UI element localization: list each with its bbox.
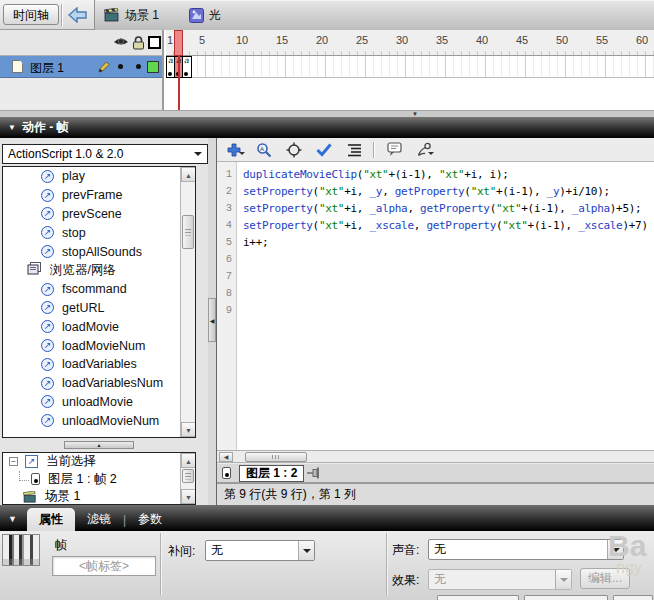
toolbox-item-loadVariables[interactable]: ↗loadVariables <box>3 355 195 374</box>
toolbox-item-prevFrame[interactable]: ↗prevFrame <box>3 186 195 205</box>
find-replace-icon[interactable]: A <box>253 141 275 159</box>
editor-horizontal-scrollbar[interactable]: ◀ <box>217 450 654 463</box>
symbol-icon <box>187 7 205 23</box>
collapse-triangle-icon[interactable]: ▼ <box>8 514 17 524</box>
splitter-collapse-left-icon[interactable]: ◀ <box>208 298 216 342</box>
code-line[interactable] <box>243 251 654 268</box>
frame-label-input[interactable] <box>52 556 156 576</box>
scroll-up-icon[interactable]: ▲ <box>181 453 196 468</box>
check-syntax-icon[interactable] <box>313 141 335 159</box>
debug-options-icon[interactable] <box>412 141 434 159</box>
breadcrumb-scene[interactable]: 场景 1 <box>125 7 159 24</box>
scroll-left-icon[interactable]: ◀ <box>219 452 233 462</box>
collapse-minus-icon[interactable]: − <box>9 457 18 466</box>
code-line[interactable] <box>243 268 654 285</box>
action-icon: ↗ <box>41 189 54 202</box>
keyframe-cell[interactable]: a <box>183 57 191 77</box>
layer-lock-dot[interactable] <box>136 64 141 69</box>
layer-outline-color-swatch[interactable] <box>147 61 159 73</box>
sound-value: 无 <box>434 542 446 556</box>
scroll-down-icon[interactable]: ▼ <box>181 489 196 504</box>
toolbox-item-getURL[interactable]: ↗getURL <box>3 299 195 318</box>
playhead-handle[interactable] <box>174 30 183 56</box>
lock-icon[interactable] <box>132 36 145 53</box>
timeline-scrollbar[interactable]: ▼ <box>0 110 654 117</box>
pushpin-icon[interactable] <box>306 466 322 480</box>
show-hide-eye-icon[interactable] <box>113 36 129 51</box>
frames-row[interactable]: aaa <box>166 56 654 78</box>
outline-view-icon[interactable] <box>148 36 161 49</box>
tween-select[interactable]: 无 <box>205 540 315 561</box>
back-button[interactable] <box>65 4 91 26</box>
action-icon: ↗ <box>41 414 54 427</box>
toolbox-item-fscommand[interactable]: ↗fscommand <box>3 280 195 299</box>
code-line[interactable] <box>243 285 654 302</box>
tab-properties[interactable]: 属性 <box>27 508 75 531</box>
toolbox-item-play[interactable]: ↗play <box>3 167 195 186</box>
action-icon: ↗ <box>41 377 54 390</box>
ruler-number: 50 <box>556 34 568 46</box>
toolbox-splitter[interactable]: ▲ <box>2 441 196 450</box>
layer-row-selected[interactable]: 图层 1 <box>0 56 162 78</box>
action-icon: ↗ <box>41 245 54 258</box>
timeline-panel-tab[interactable]: 时间轴 <box>3 4 59 25</box>
toolbox-scrollbar[interactable]: ▲ ▼ <box>180 167 195 437</box>
scrollbar-thumb[interactable] <box>182 215 194 249</box>
toolbox-item-unloadMovie[interactable]: ↗unloadMovie <box>3 393 195 412</box>
splitter-collapse-icon[interactable]: ▲ <box>64 441 134 449</box>
action-icon: ↗ <box>41 283 54 296</box>
code-line[interactable]: setProperty("xt"+i, _xscale, getProperty… <box>243 217 654 234</box>
toolbox-item-stop[interactable]: ↗stop <box>3 223 195 242</box>
timeline-panel: 图层 1 151015202530354045505560 aaa ▼ <box>0 30 654 117</box>
toolbox-item-stopAllSounds[interactable]: ↗stopAllSounds <box>3 242 195 261</box>
script-editor[interactable]: 123456789 duplicateMovieClip("xt"+(i-1),… <box>217 162 654 450</box>
toolbox-item-unloadMovieNum[interactable]: ↗unloadMovieNum <box>3 411 195 430</box>
sound-select[interactable]: 无 <box>428 539 624 560</box>
navigator-scrollbar[interactable]: ▲ ▼ <box>180 453 195 504</box>
action-icon: ↗ <box>41 226 54 239</box>
code-text[interactable]: duplicateMovieClip("xt"+(i-1), "xt"+i, i… <box>237 162 654 450</box>
ruler-number: 1 <box>167 34 173 46</box>
toolbox-item-loadMovieNum[interactable]: ↗loadMovieNum <box>3 336 195 355</box>
actionscript-version-select[interactable]: ActionScript 1.0 & 2.0 <box>2 144 208 164</box>
frame-icon <box>31 473 40 485</box>
code-line[interactable] <box>243 302 654 319</box>
panel-splitter[interactable]: ◀ <box>208 138 216 505</box>
scroll-up-icon[interactable]: ▲ <box>181 167 196 182</box>
show-code-hint-icon[interactable] <box>382 141 404 159</box>
breadcrumb-symbol[interactable]: 光 <box>209 7 221 24</box>
action-icon: ↗ <box>41 170 54 183</box>
toolbox-item-loadVariablesNum[interactable]: ↗loadVariablesNum <box>3 374 195 393</box>
actions-panel-body: ActionScript 1.0 & 2.0 ↗play↗prevFrame↗p… <box>0 138 654 505</box>
actions-panel-header[interactable]: ▼ 动作 - 帧 <box>0 117 654 138</box>
scroll-down-icon[interactable]: ▼ <box>181 422 196 437</box>
toolbox-item-loadMovie[interactable]: ↗loadMovie <box>3 317 195 336</box>
navigator-current-selection[interactable]: − ↗ 当前选择 <box>3 453 195 471</box>
code-line[interactable]: setProperty("xt"+i, _y, getProperty("xt"… <box>243 183 654 200</box>
script-tab-bar: 图层 1 : 2 <box>217 464 654 483</box>
tab-parameters[interactable]: 参数 <box>126 508 174 531</box>
scene-clapperboard-icon <box>23 491 38 503</box>
keyframe-cell[interactable]: a <box>167 57 175 77</box>
code-line[interactable]: duplicateMovieClip("xt"+(i-1), "xt"+i, i… <box>243 166 654 183</box>
toolbox-item-prevScene[interactable]: ↗prevScene <box>3 205 195 224</box>
scrollbar-thumb[interactable] <box>182 469 194 483</box>
navigator-frame-item[interactable]: 图层 1 : 帧 2 <box>3 471 195 489</box>
timeline-ruler[interactable]: 151015202530354045505560 <box>166 30 654 56</box>
tab-filters[interactable]: 滤镜 <box>75 508 123 531</box>
action-icon: ↗ <box>41 395 54 408</box>
watermark-text: Ba <box>608 529 646 563</box>
navigator-scene-item[interactable]: 场景 1 <box>3 488 195 505</box>
scrollbar-thumb[interactable] <box>245 452 307 462</box>
toolbar-divider <box>61 4 62 26</box>
effect-select[interactable]: 无 <box>428 569 572 590</box>
toolbox-item-浏览器/网络[interactable]: 浏览器/网络 <box>3 261 195 280</box>
auto-format-icon[interactable] <box>343 141 365 159</box>
code-line[interactable]: setProperty("xt"+i, _alpha, getProperty(… <box>243 200 654 217</box>
layer-visibility-dot[interactable] <box>118 64 123 69</box>
add-statement-icon[interactable] <box>223 141 245 159</box>
script-tab-layer1-frame2[interactable]: 图层 1 : 2 <box>239 465 304 482</box>
insert-target-path-icon[interactable] <box>283 141 305 159</box>
ruler-number: 10 <box>236 34 248 46</box>
code-line[interactable]: i++; <box>243 234 654 251</box>
